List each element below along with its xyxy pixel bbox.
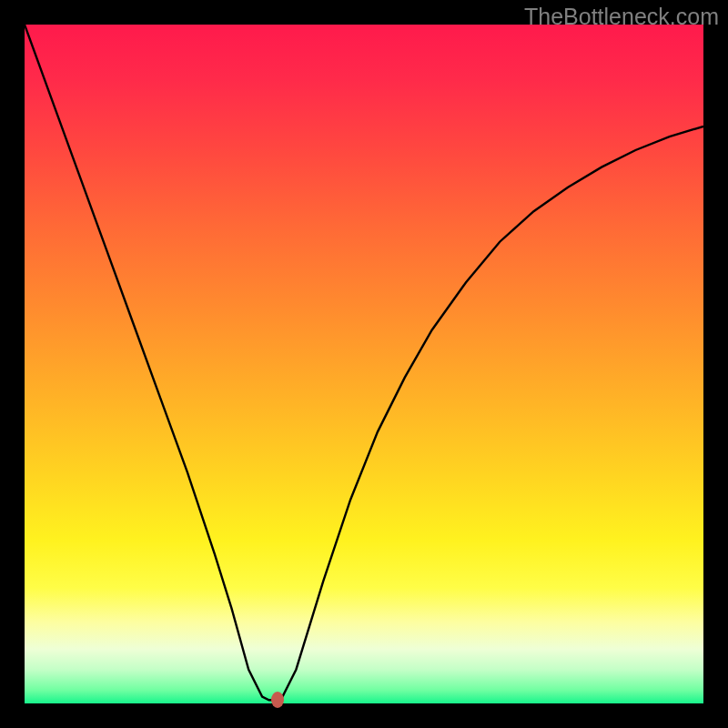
optimum-marker [271, 692, 284, 708]
chart-frame: TheBottleneck.com [0, 0, 728, 728]
watermark-text: TheBottleneck.com [524, 4, 719, 30]
plot-area [25, 25, 703, 703]
bottleneck-curve [25, 25, 703, 703]
curve-line [25, 25, 703, 700]
